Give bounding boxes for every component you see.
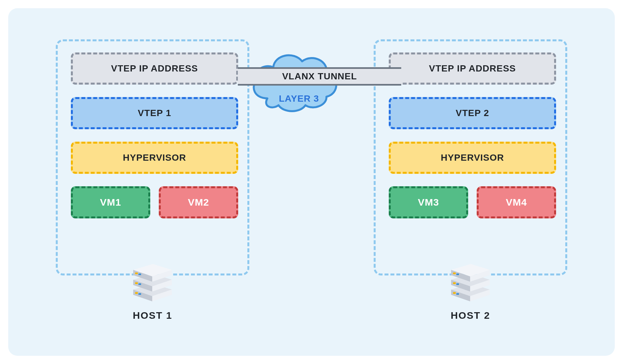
svg-rect-23: [453, 282, 456, 284]
diagram-panel: VLANX TUNNEL LAYER 3 VTEP IP ADDRESS VTE…: [8, 8, 615, 356]
svg-rect-14: [138, 273, 141, 275]
svg-rect-18: [453, 292, 456, 294]
host2-vtep-ip-address: VTEP IP ADDRESS: [389, 52, 556, 85]
host1-vm1-label: VM1: [100, 197, 121, 208]
host2-hypervisor: HYPERVISOR: [389, 142, 556, 174]
svg-rect-3: [135, 292, 138, 294]
host1-vm2-label: VM2: [188, 197, 209, 208]
svg-rect-29: [456, 273, 459, 275]
host1-vtep-label: VTEP 1: [138, 108, 171, 118]
svg-rect-24: [456, 283, 459, 285]
tunnel-label: VLANX TUNNEL: [282, 71, 357, 82]
host2-vm3: VM3: [389, 186, 468, 218]
host1-vm1: VM1: [71, 186, 150, 218]
server-icon: [128, 259, 177, 302]
svg-rect-4: [138, 293, 141, 295]
host2-hypervisor-label: HYPERVISOR: [441, 152, 504, 163]
host1-label: HOST 1: [133, 310, 172, 321]
host2-vm4-label: VM4: [506, 197, 527, 208]
host2-label: HOST 2: [451, 310, 490, 321]
host1-vtep: VTEP 1: [71, 97, 238, 129]
host2-vm-row: VM3 VM4: [389, 186, 556, 218]
host1-vtep-ip-address: VTEP IP ADDRESS: [71, 52, 238, 85]
layer3-label: LAYER 3: [279, 93, 319, 104]
host1-vtep-ip-label: VTEP IP ADDRESS: [111, 63, 198, 74]
host2-vtep-ip-label: VTEP IP ADDRESS: [429, 63, 516, 74]
host2-vtep-label: VTEP 2: [456, 108, 489, 118]
server-icon: [446, 259, 495, 302]
svg-rect-13: [135, 273, 138, 274]
host2-vm3-label: VM3: [418, 197, 439, 208]
host1-hypervisor: HYPERVISOR: [71, 142, 238, 174]
vlanx-tunnel-bar: VLANX TUNNEL: [238, 67, 401, 86]
host1-vm2: VM2: [159, 186, 238, 218]
host-2-container: VTEP IP ADDRESS VTEP 2 HYPERVISOR VM3 VM…: [374, 39, 567, 275]
svg-rect-9: [138, 283, 141, 285]
svg-rect-19: [456, 293, 459, 295]
svg-rect-28: [453, 273, 456, 274]
host2-server: HOST 2: [446, 259, 495, 321]
host2-vtep: VTEP 2: [389, 97, 556, 129]
host1-server: HOST 1: [128, 259, 177, 321]
host1-hypervisor-label: HYPERVISOR: [123, 152, 186, 163]
host-1-container: VTEP IP ADDRESS VTEP 1 HYPERVISOR VM1 VM…: [56, 39, 249, 275]
host2-vm4: VM4: [477, 186, 556, 218]
host1-vm-row: VM1 VM2: [71, 186, 238, 218]
diagram-canvas: VLANX TUNNEL LAYER 3 VTEP IP ADDRESS VTE…: [0, 0, 623, 364]
svg-rect-8: [135, 282, 138, 284]
